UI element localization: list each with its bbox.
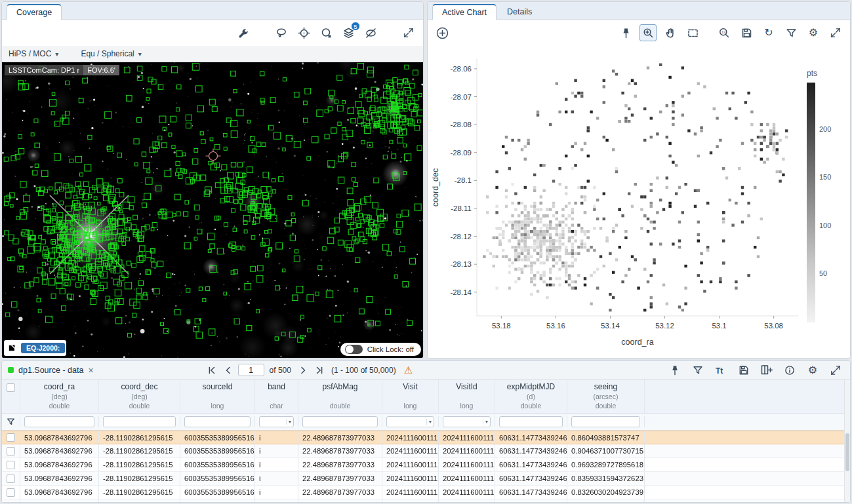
table-cell: 60631.14773439246 bbox=[495, 431, 567, 444]
column-header-Visit[interactable]: Visit long bbox=[382, 379, 439, 413]
tools-icon[interactable] bbox=[235, 24, 252, 41]
add-column-icon[interactable] bbox=[758, 362, 775, 379]
pin-table-icon[interactable] bbox=[666, 362, 683, 379]
pan-hand-icon[interactable] bbox=[662, 24, 679, 41]
row-checkbox[interactable] bbox=[7, 488, 15, 497]
layers-icon[interactable]: 5 bbox=[340, 24, 357, 41]
click-lock-toggle[interactable] bbox=[345, 345, 363, 354]
zoom-in-icon[interactable] bbox=[639, 24, 657, 41]
row-checkbox[interactable] bbox=[7, 447, 15, 456]
table-row[interactable]: 53.09687843692796-28.1190286129561560035… bbox=[2, 499, 850, 502]
filter-input-VisitId[interactable] bbox=[443, 418, 483, 426]
filter-input-psfAbMag[interactable] bbox=[302, 416, 378, 427]
table-row[interactable]: 53.09687843692796-28.1190286129561560035… bbox=[2, 458, 850, 472]
pin-icon[interactable] bbox=[617, 24, 634, 41]
close-icon[interactable]: × bbox=[88, 365, 93, 376]
scrollbar-thumb[interactable] bbox=[845, 433, 849, 471]
warning-icon[interactable]: ⚠ bbox=[404, 364, 413, 376]
expand-icon[interactable] bbox=[827, 24, 844, 41]
row-checkbox[interactable] bbox=[7, 502, 15, 503]
column-header-coord_ra[interactable]: coord_ra(deg)double bbox=[20, 379, 99, 413]
table-row[interactable]: 53.09687843692796-28.1190286129561560035… bbox=[2, 472, 850, 486]
coord-system-badge[interactable]: EQ-J2000: bbox=[21, 343, 65, 353]
table-row[interactable]: 53.09687843692796-28.1190286129561560035… bbox=[2, 431, 850, 444]
last-page-button[interactable] bbox=[313, 364, 326, 377]
column-type: long bbox=[211, 401, 224, 410]
column-header-band[interactable]: band char bbox=[255, 379, 298, 413]
table-row[interactable]: 53.09687843692796-28.1190286129561560035… bbox=[2, 444, 850, 458]
settings-icon[interactable]: ⚙ bbox=[805, 24, 822, 41]
filter-input-seeing[interactable] bbox=[571, 416, 640, 427]
tab-active-chart[interactable]: Active Chart bbox=[432, 4, 497, 20]
restore-icon[interactable]: ↻ bbox=[760, 24, 777, 41]
heatmap-chart[interactable]: -28.06-28.07-28.08-28.09-28.1-28.11-28.1… bbox=[428, 46, 850, 358]
column-header-seeing[interactable]: seeing(arcsec)double bbox=[567, 379, 645, 413]
chevron-down-icon[interactable]: ▾ bbox=[426, 419, 434, 425]
save-icon[interactable] bbox=[735, 362, 752, 379]
filter-input-coord_dec[interactable] bbox=[103, 416, 176, 427]
lasso-select-icon[interactable] bbox=[273, 24, 290, 41]
column-header-expMidptMJD[interactable]: expMidptMJD(d)double bbox=[495, 379, 567, 413]
filter-input-Visit[interactable] bbox=[387, 418, 426, 426]
table-cell: 22.489687873977033 bbox=[298, 444, 382, 457]
svg-text:53.12: 53.12 bbox=[655, 322, 674, 330]
sky-canvas[interactable] bbox=[2, 62, 423, 358]
zoom-original-icon[interactable]: 1x bbox=[716, 24, 733, 41]
click-lock-label: Click Lock: off bbox=[367, 345, 414, 353]
expand-icon[interactable] bbox=[827, 362, 844, 379]
open-new-icon[interactable] bbox=[5, 341, 18, 355]
save-icon[interactable] bbox=[738, 24, 755, 41]
column-header-sourceId[interactable]: sourceId long bbox=[180, 379, 255, 413]
filter-input-coord_ra[interactable] bbox=[24, 416, 94, 427]
column-header-psfAbMag[interactable]: psfAbMag double bbox=[298, 379, 382, 413]
tab-coverage[interactable]: Coverage bbox=[7, 4, 62, 20]
table-cell: 0.8359331594372623 bbox=[567, 472, 645, 485]
tab-details[interactable]: Details bbox=[498, 5, 541, 19]
first-page-button[interactable] bbox=[205, 364, 218, 377]
row-filler bbox=[645, 458, 850, 471]
filter-input-sourceId[interactable] bbox=[184, 416, 251, 427]
chevron-down-icon[interactable]: ▾ bbox=[286, 419, 293, 425]
row-checkbox[interactable] bbox=[7, 461, 15, 469]
info-icon[interactable] bbox=[781, 362, 798, 379]
hips-moc-dropdown[interactable]: HiPS / MOC ▾ bbox=[9, 49, 58, 58]
sky-status-right: Click Lock: off bbox=[340, 343, 421, 356]
table-cell: 60631.14773439246 bbox=[495, 499, 567, 502]
box-select-icon[interactable] bbox=[684, 24, 701, 41]
prev-page-button[interactable] bbox=[222, 364, 235, 377]
row-checkbox[interactable] bbox=[7, 475, 15, 483]
recenter-icon[interactable] bbox=[295, 24, 312, 41]
select-all-checkbox[interactable] bbox=[7, 383, 15, 392]
row-filler bbox=[645, 444, 850, 457]
table-cell: 60631.14773439246 bbox=[495, 486, 567, 499]
filter-input-expMidptMJD[interactable] bbox=[499, 416, 563, 427]
svg-text:coord_ra: coord_ra bbox=[621, 338, 653, 347]
column-name: sourceId bbox=[202, 382, 232, 392]
filter-combo-band: ▾ bbox=[259, 416, 294, 427]
unselect-icon[interactable] bbox=[362, 24, 379, 41]
expand-icon[interactable] bbox=[400, 24, 417, 41]
table-title[interactable]: dp1.Source - data bbox=[18, 366, 83, 375]
page-number-input[interactable] bbox=[238, 364, 264, 376]
column-name: band bbox=[268, 382, 285, 392]
next-page-button[interactable] bbox=[296, 364, 310, 377]
column-header-coord_dec[interactable]: coord_dec(deg)double bbox=[99, 379, 180, 413]
chevron-down-icon[interactable]: ▾ bbox=[483, 419, 490, 425]
column-type: double bbox=[330, 401, 351, 410]
filter-icon[interactable] bbox=[689, 362, 706, 379]
projection-dropdown[interactable]: Equ / Spherical ▾ bbox=[81, 49, 141, 58]
row-checkbox[interactable] bbox=[7, 433, 15, 442]
filter-icon[interactable] bbox=[782, 24, 800, 41]
add-chart-icon[interactable] bbox=[434, 24, 451, 41]
settings-icon[interactable]: ⚙ bbox=[804, 362, 821, 379]
filter-input-band[interactable] bbox=[260, 418, 286, 426]
row-checkbox-cell bbox=[2, 458, 20, 471]
table-row[interactable]: 53.09687843692796-28.1190286129561560035… bbox=[2, 486, 850, 499]
table-scrollbar[interactable] bbox=[844, 379, 850, 502]
svg-text:100: 100 bbox=[819, 222, 831, 229]
column-header-VisitId[interactable]: VisitId long bbox=[439, 379, 495, 413]
circle-select-icon[interactable] bbox=[317, 24, 335, 41]
text-view-icon[interactable]: Tt bbox=[712, 362, 729, 379]
table-cell: i bbox=[255, 431, 298, 444]
chevron-down-icon: ▾ bbox=[138, 50, 142, 58]
